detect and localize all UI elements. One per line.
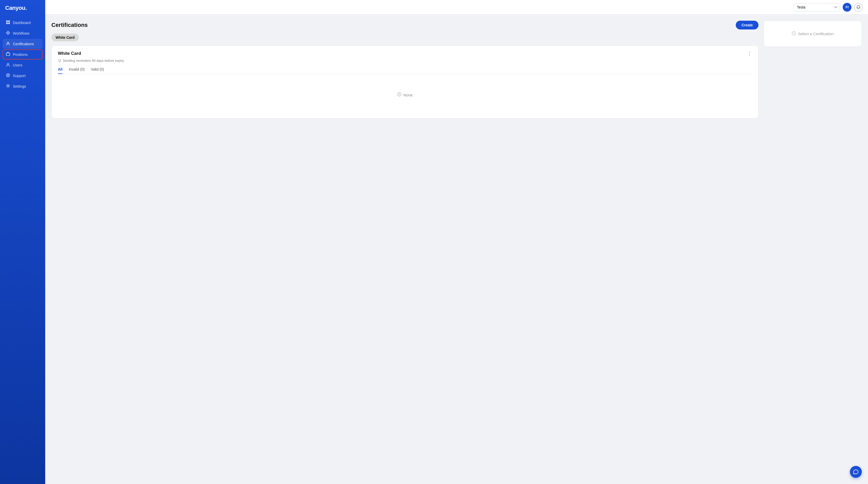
hint-icon bbox=[792, 31, 796, 36]
select-cert-hint: Select a Certification bbox=[792, 31, 834, 36]
empty-state: None bbox=[58, 77, 752, 113]
sidebar-item-settings[interactable]: Settings bbox=[3, 81, 43, 91]
main-wrapper: Tesla FI Certifications Create White Car… bbox=[45, 0, 868, 484]
logo-suffix: . bbox=[25, 5, 27, 11]
cert-card-subtitle-text: Sending reminders 90 days before expiry bbox=[63, 59, 124, 63]
bell-icon bbox=[58, 59, 61, 63]
empty-text: None bbox=[404, 93, 413, 97]
avatar-initials: FI bbox=[845, 5, 848, 9]
app-logo: Canyou. bbox=[0, 0, 45, 18]
sidebar-item-users-label: Users bbox=[13, 63, 23, 67]
cert-card-menu-button[interactable]: ⋮ bbox=[747, 51, 752, 56]
info-icon bbox=[397, 92, 401, 97]
sidebar-item-dashboard-label: Dashboard bbox=[13, 21, 31, 25]
filter-pill-white-card[interactable]: White Card bbox=[52, 34, 79, 41]
workflows-icon bbox=[6, 31, 10, 36]
support-icon bbox=[6, 73, 10, 78]
hint-text: Select a Certification bbox=[798, 32, 834, 36]
dashboard-icon bbox=[6, 20, 10, 25]
chat-widget[interactable] bbox=[850, 466, 862, 478]
content-area: Certifications Create White Card White C… bbox=[45, 15, 868, 484]
svg-point-11 bbox=[7, 75, 9, 76]
logo-text: Canyou bbox=[5, 5, 25, 11]
sidebar-nav: Dashboard Workflows Certifications bbox=[0, 18, 45, 91]
cert-card-header: White Card ⋮ bbox=[58, 51, 752, 56]
sidebar: Canyou. Dashboard Workfl bbox=[0, 0, 45, 484]
left-panel: Certifications Create White Card White C… bbox=[52, 21, 758, 478]
sidebar-item-certifications-label: Certifications bbox=[13, 42, 34, 46]
sidebar-item-dashboard[interactable]: Dashboard bbox=[3, 18, 43, 28]
inner-tabs: All Invalid (0) Valid (0) bbox=[58, 65, 752, 74]
notifications-bell[interactable] bbox=[854, 3, 863, 11]
svg-rect-0 bbox=[6, 21, 8, 22]
page-header: Certifications Create bbox=[52, 21, 758, 29]
cert-card-subtitle: Sending reminders 90 days before expiry bbox=[58, 59, 752, 63]
sidebar-item-settings-label: Settings bbox=[13, 84, 26, 88]
sidebar-item-positions[interactable]: Positions bbox=[3, 49, 43, 59]
svg-point-15 bbox=[399, 93, 400, 94]
create-button[interactable]: Create bbox=[736, 21, 758, 29]
svg-point-10 bbox=[6, 74, 10, 77]
svg-rect-1 bbox=[8, 21, 10, 22]
tab-all[interactable]: All bbox=[58, 65, 63, 74]
svg-rect-2 bbox=[6, 23, 8, 24]
company-select[interactable]: Tesla bbox=[794, 3, 840, 11]
filter-pills: White Card bbox=[52, 34, 758, 41]
tab-invalid[interactable]: Invalid (0) bbox=[69, 65, 85, 74]
sidebar-item-positions-label: Positions bbox=[13, 53, 28, 57]
right-panel: Select a Certification bbox=[764, 21, 862, 47]
cert-card: White Card ⋮ Sending reminders 90 days b… bbox=[52, 46, 758, 118]
sidebar-item-workflows-label: Workflows bbox=[13, 31, 29, 35]
certifications-icon bbox=[6, 41, 10, 46]
chat-icon bbox=[853, 469, 859, 475]
svg-point-12 bbox=[7, 85, 9, 87]
avatar[interactable]: FI bbox=[843, 3, 851, 11]
users-icon bbox=[6, 63, 10, 67]
settings-icon bbox=[6, 84, 10, 89]
sidebar-item-certifications[interactable]: Certifications bbox=[3, 39, 43, 49]
sidebar-item-support-label: Support bbox=[13, 74, 26, 78]
page-title: Certifications bbox=[52, 22, 88, 28]
topbar: Tesla FI bbox=[45, 0, 868, 15]
sidebar-item-support[interactable]: Support bbox=[3, 70, 43, 81]
svg-rect-8 bbox=[6, 53, 10, 56]
sidebar-item-users[interactable]: Users bbox=[3, 60, 43, 70]
svg-point-18 bbox=[794, 32, 794, 33]
svg-rect-3 bbox=[8, 23, 10, 24]
positions-icon bbox=[6, 52, 10, 57]
tab-valid[interactable]: Valid (0) bbox=[91, 65, 104, 74]
sidebar-item-workflows[interactable]: Workflows bbox=[3, 28, 43, 38]
cert-card-title: White Card bbox=[58, 51, 81, 56]
